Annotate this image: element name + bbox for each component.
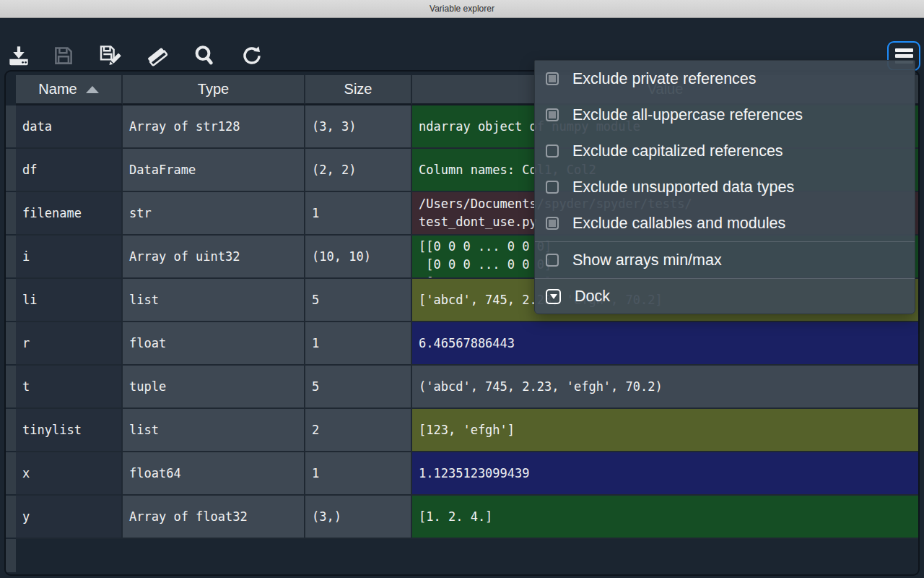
cell-size[interactable]: 1	[305, 452, 412, 496]
cell-size[interactable]: 1	[305, 192, 412, 236]
vertical-header-corner	[6, 75, 16, 105]
cell-type[interactable]: float	[123, 322, 305, 366]
save-data-icon	[53, 45, 74, 69]
row-handle[interactable]	[6, 279, 16, 322]
row-handle[interactable]	[6, 496, 16, 539]
menu-item-dock[interactable]: Dock	[535, 279, 915, 314]
menu-item-label: Exclude callables and modules	[572, 215, 785, 233]
menu-item-exclude-all-uppercase-references[interactable]: Exclude all-uppercase references	[535, 97, 915, 133]
menu-item-label: Exclude unsupported data types	[572, 178, 794, 197]
refresh-icon	[241, 45, 263, 69]
cell-size[interactable]: (10, 10)	[305, 236, 412, 279]
cell-name[interactable]: filename	[16, 192, 123, 236]
cell-type[interactable]: Array of str128	[123, 105, 305, 149]
cell-name[interactable]: data	[16, 105, 123, 149]
cell-type[interactable]: list	[123, 279, 305, 322]
cell-size[interactable]: 1	[305, 322, 412, 366]
checkbox-checked-icon[interactable]	[546, 72, 559, 85]
menu-item-exclude-capitalized-references[interactable]: Exclude capitalized references	[535, 133, 915, 169]
cell-type[interactable]: str	[123, 192, 305, 236]
cell-type[interactable]: DataFrame	[123, 149, 305, 192]
checkbox-unchecked-icon[interactable]	[546, 144, 559, 158]
menu-item-label: Exclude private references	[572, 70, 757, 88]
save-data-as-button[interactable]	[94, 41, 126, 72]
menu-item-exclude-unsupported-data-types[interactable]: Exclude unsupported data types	[535, 169, 915, 205]
menu-item-label: Exclude capitalized references	[572, 142, 783, 160]
row-handle[interactable]	[6, 149, 16, 192]
cell-type[interactable]: list	[123, 409, 305, 452]
table-row: ttuple5('abcd', 745, 2.23, 'efgh', 70.2)	[6, 366, 918, 409]
table-row: tinylistlist2[123, 'efgh']	[6, 409, 918, 452]
menu-item-label: Dock	[575, 288, 610, 306]
cell-value[interactable]: [123, 'efgh']	[412, 409, 918, 452]
menu-item-show-arrays-min-max[interactable]: Show arrays min/max	[535, 242, 915, 278]
checkbox-checked-icon[interactable]	[546, 217, 559, 230]
column-header-name[interactable]: Name	[16, 75, 123, 105]
cell-value[interactable]: [1. 2. 4.]	[412, 496, 918, 539]
search-button[interactable]	[188, 41, 220, 72]
cell-size[interactable]: 5	[305, 279, 412, 322]
cell-value[interactable]: ('abcd', 745, 2.23, 'efgh', 70.2)	[412, 366, 918, 409]
cell-name[interactable]: r	[16, 322, 123, 366]
column-header-type[interactable]: Type	[123, 75, 305, 105]
checkbox-checked-icon[interactable]	[546, 108, 559, 121]
cell-name[interactable]: li	[16, 279, 123, 322]
sort-ascending-icon	[86, 86, 99, 93]
table-row: yArray of float32(3,)[1. 2. 4.]	[6, 496, 918, 539]
import-data-icon	[7, 44, 30, 69]
menu-item-label: Exclude all-uppercase references	[572, 106, 803, 124]
row-handle[interactable]	[6, 105, 16, 149]
cell-name[interactable]: x	[16, 452, 123, 496]
cell-type[interactable]: Array of float32	[123, 496, 305, 539]
row-handle[interactable]	[6, 192, 16, 236]
column-header-size[interactable]: Size	[305, 75, 412, 105]
cell-size[interactable]: 5	[305, 366, 412, 409]
checkbox-unchecked-icon[interactable]	[546, 254, 559, 267]
cell-value[interactable]: 6.46567886443	[412, 322, 918, 366]
options-menu: Exclude private referencesExclude all-up…	[534, 60, 915, 314]
cell-name[interactable]: y	[16, 496, 123, 539]
cell-size[interactable]: (2, 2)	[305, 149, 412, 192]
vertical-header-tail	[6, 539, 16, 572]
refresh-button[interactable]	[236, 41, 268, 72]
eraser-icon	[145, 43, 170, 70]
cell-size[interactable]: (3,)	[305, 496, 412, 539]
window-title: Variable explorer	[430, 4, 494, 14]
row-handle[interactable]	[6, 409, 16, 452]
import-data-button[interactable]	[3, 41, 35, 72]
cell-name[interactable]: df	[16, 149, 123, 192]
menu-item-exclude-private-references[interactable]: Exclude private references	[535, 61, 915, 97]
row-handle[interactable]	[6, 452, 16, 496]
window-titlebar: Variable explorer	[0, 0, 924, 18]
cell-name[interactable]: i	[16, 236, 123, 279]
table-row: xfloat6411.1235123099439	[6, 452, 918, 496]
cell-name[interactable]: tinylist	[16, 409, 123, 452]
row-handle[interactable]	[6, 322, 16, 366]
cell-type[interactable]: tuple	[123, 366, 305, 409]
table-row: rfloat16.46567886443	[6, 322, 918, 366]
cell-name[interactable]: t	[16, 366, 123, 409]
row-handle[interactable]	[6, 236, 16, 279]
cell-size[interactable]: 2	[305, 409, 412, 452]
cell-value[interactable]: 1.1235123099439	[412, 452, 918, 496]
cell-size[interactable]: (3, 3)	[305, 105, 412, 149]
cell-type[interactable]: Array of uint32	[123, 236, 305, 279]
dock-icon[interactable]	[546, 289, 561, 304]
remove-all-variables-button[interactable]	[141, 41, 173, 72]
row-handle[interactable]	[6, 366, 16, 409]
menu-item-label: Show arrays min/max	[572, 251, 722, 269]
menu-item-exclude-callables-and-modules[interactable]: Exclude callables and modules	[535, 205, 915, 241]
cell-type[interactable]: float64	[123, 452, 305, 496]
hamburger-icon	[895, 48, 913, 52]
search-icon	[193, 44, 216, 69]
save-data-button[interactable]	[48, 41, 79, 72]
checkbox-unchecked-icon[interactable]	[546, 181, 559, 194]
save-data-as-icon	[98, 44, 121, 69]
